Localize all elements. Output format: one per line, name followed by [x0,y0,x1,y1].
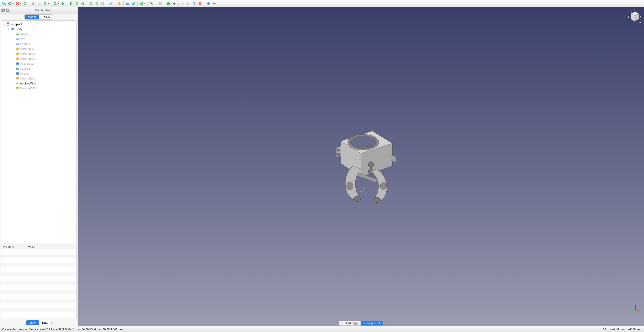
status-bar: Preselected: support.Body.Pocket011.Face… [0,326,644,332]
tree-item[interactable]: ›Origin [2,32,76,36]
tree-item[interactable]: ›Pad [2,36,76,41]
stop-icon[interactable] [158,1,163,6]
zoom-fit-alt-icon[interactable] [52,1,58,6]
web-forward-icon[interactable] [172,1,177,6]
tree-item[interactable]: ›Pad004 [2,66,76,71]
model-tree[interactable]: ⌄ support ⌄ Body ›Origin›Pad›Pad003Mirro… [1,21,77,243]
dropdown-arrow-icon[interactable]: ▾ [12,3,14,5]
dropdown-arrow-icon[interactable]: ▾ [48,3,50,5]
part-icon[interactable] [116,1,122,6]
reload-icon[interactable] [192,1,197,6]
tree-root[interactable]: ⌄ support [2,22,76,27]
web-home-icon[interactable] [166,1,171,6]
tree-item[interactable]: Mirrored001 [2,46,76,51]
dropdown-arrow-icon[interactable]: ▾ [144,3,146,5]
plus-icon[interactable] [206,1,211,6]
measure-icon[interactable] [108,1,114,6]
left-view-icon[interactable] [100,1,106,6]
mirror-icon [16,57,19,60]
export-icon[interactable] [131,1,136,6]
svg-point-60 [374,197,381,203]
link-icon[interactable] [139,1,144,6]
property-row [1,299,76,303]
expand-icon[interactable]: › [12,38,14,40]
property-col-name[interactable]: Property [1,244,26,249]
right-view-icon[interactable] [80,1,86,6]
3d-viewport[interactable]: ✕ Start page ✕ support : 1 [78,7,644,326]
property-col-value[interactable]: Value [26,244,37,249]
nav-forward-icon[interactable] [36,1,42,6]
property-row [1,254,76,258]
top-view-icon[interactable] [74,1,80,6]
panel-close-button[interactable]: ✕ [1,9,5,12]
dropdown-arrow-icon[interactable]: ▾ [58,3,60,5]
viewport-tab-start[interactable]: ✕ Start page [339,321,360,325]
tree-item[interactable]: ›Pocket [2,71,76,76]
expand-icon[interactable]: › [12,82,14,85]
expand-icon[interactable]: ⌄ [7,28,10,30]
panel-detach-button[interactable]: ◧ [6,9,10,12]
bottom-view-icon[interactable] [94,1,100,6]
minus-icon[interactable] [212,1,217,6]
tree-label: Mirrored001 [20,47,36,51]
tab-view[interactable]: View [26,320,39,325]
tree-item[interactable]: Mirrored005 [2,86,76,91]
folder-icon[interactable] [125,1,130,6]
tab-data[interactable]: Data [39,320,51,325]
svg-rect-35 [16,63,18,64]
nav-next-icon[interactable] [186,1,191,6]
svg-rect-44 [18,87,18,89]
tree-item[interactable]: ›AdditivePipe [2,81,76,86]
navigation-cube[interactable] [626,9,642,25]
expand-icon[interactable]: ⌄ [2,23,6,25]
svg-line-3 [10,4,12,5]
pocket-icon [16,62,19,65]
svg-rect-23 [16,44,18,45]
expand-icon[interactable]: › [12,43,14,45]
nav-prev-icon[interactable] [180,1,185,6]
svg-point-57 [347,182,353,190]
close-icon[interactable]: ✕ [342,322,344,324]
refresh-icon[interactable] [603,327,606,331]
tree-item[interactable]: Mirrored004 [2,76,76,81]
zoom-to-fit-icon[interactable] [1,1,7,6]
tree-item[interactable]: Mirrored002 [2,51,76,56]
toolbar-separator [87,1,87,6]
zoom-in-icon[interactable] [7,1,12,6]
draw-style-no-icon[interactable] [15,1,20,6]
property-row [1,263,76,267]
viewport-tab-document[interactable]: ✕ support : 1 [361,321,382,325]
status-preselected: Preselected: support.Body.Pocket011.Face… [2,327,124,331]
rear-view-icon[interactable] [88,1,94,6]
canvas-area[interactable] [78,7,644,320]
isometric-view-icon[interactable] [60,1,66,6]
panel-header: ✕ ◧ Combo View [0,7,78,14]
svg-point-53 [368,161,374,168]
front-view-icon[interactable] [68,1,74,6]
svg-point-58 [354,196,360,202]
svg-rect-31 [16,58,17,60]
document-icon [6,22,10,26]
expand-icon[interactable]: › [12,72,14,75]
tree-item[interactable]: ›Pad003 [2,41,76,46]
bounding-box-icon[interactable] [22,1,28,6]
tree-body[interactable]: ⌄ Body [2,27,76,32]
expand-icon[interactable]: › [12,33,14,35]
expand-icon[interactable]: › [12,67,14,70]
whats-this-icon[interactable]: ? [149,1,154,6]
tab-tasks[interactable]: Tasks [39,15,53,19]
expand-icon[interactable]: › [12,62,14,65]
nav-back-icon[interactable] [31,1,36,6]
main-area: ✕ ◧ Combo View Model Tasks ⌄ support ⌄ B… [0,7,644,326]
tree-item[interactable]: Mirrored003 [2,56,76,61]
svg-line-48 [632,309,636,311]
tree-item[interactable]: ›Pocket002 [2,61,76,66]
close-icon[interactable] [197,1,203,6]
tab-model[interactable]: Model [25,15,39,19]
toolbar-separator [107,1,107,6]
top-tabs: Model Tasks [0,14,78,21]
dropdown-arrow-icon[interactable]: ▾ [20,3,22,5]
model-render[interactable] [316,121,406,206]
view-cube-icon[interactable] [42,1,48,6]
close-icon[interactable]: ✕ [363,322,365,324]
